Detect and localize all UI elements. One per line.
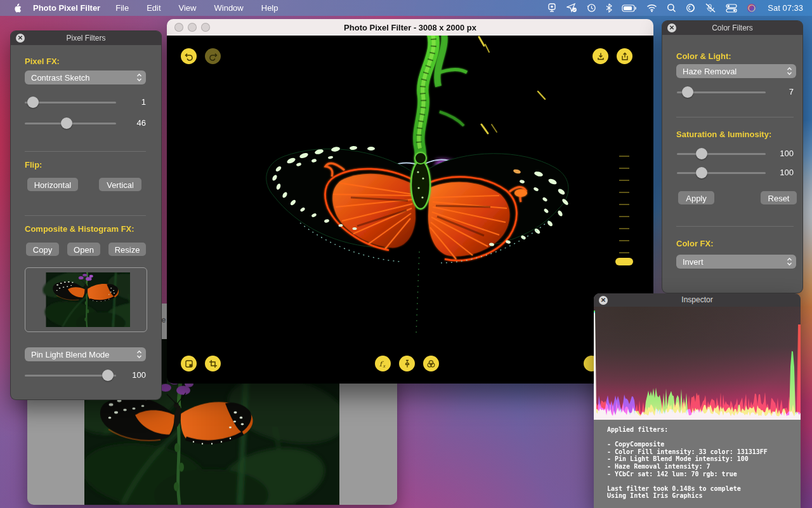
apple-menu[interactable] — [13, 3, 22, 13]
neon-butterfly-image — [167, 36, 653, 384]
open-button[interactable]: Open — [67, 243, 100, 256]
divider — [25, 215, 146, 216]
chevron-updown-icon — [136, 350, 142, 359]
color-fx-dropdown[interactable]: Invert — [676, 255, 796, 269]
color-fx-dropdown-value: Invert — [676, 257, 787, 267]
share-button[interactable] — [617, 48, 632, 64]
histogram-area — [594, 307, 801, 420]
main-window-title: Photo Pixel Filter - 3008 x 2000 px — [167, 23, 653, 32]
slider-knob[interactable] — [102, 370, 114, 381]
color-light-dropdown[interactable]: Haze Removal — [676, 64, 796, 78]
slider-track[interactable] — [677, 153, 766, 155]
flip-horizontal-button[interactable]: Horizontal — [27, 178, 78, 191]
composite-thumbnail-image[interactable] — [42, 272, 130, 327]
pixel-filters-panel[interactable]: Pixel Filters ✕ Pixel FX: Contrast Sketc… — [10, 30, 162, 400]
blend-mode-dropdown-value: Pin Light Blend Mode — [25, 350, 136, 359]
control-center-icon[interactable] — [726, 4, 737, 13]
saturation-luminosity-label: Saturation & luminosity: — [676, 130, 771, 139]
inspector-log-line: - YCbCr sat: 142 lum: 70 rgb: true — [607, 471, 801, 478]
pixel-filters-close-icon[interactable]: ✕ — [16, 34, 25, 43]
redo-button[interactable] — [205, 48, 221, 64]
spotlight-search-icon[interactable] — [667, 3, 676, 13]
pixel-fx-label: Pixel FX: — [25, 57, 60, 66]
svg-text:x: x — [383, 364, 386, 368]
menu-item[interactable]: File — [115, 3, 129, 13]
apply-button[interactable]: Apply — [678, 191, 714, 204]
inspector-log: Applied filters:- CopyComposite- Color F… — [594, 420, 801, 500]
pixel-fx-slider-1-value: 1 — [121, 97, 146, 107]
location-status-icon[interactable] — [566, 3, 577, 13]
pixel-fx-slider-1[interactable] — [25, 97, 116, 108]
slider-knob[interactable] — [696, 167, 707, 178]
undo-button[interactable] — [181, 48, 197, 64]
saturation-slider[interactable] — [677, 148, 766, 159]
saturation-value: 100 — [768, 149, 794, 158]
inspector-log-line: - Pin Light Blend Mode intensity: 100 — [607, 455, 801, 463]
support-swirl-icon[interactable] — [686, 3, 695, 13]
photo-app-badge-icon[interactable] — [747, 3, 757, 13]
color-light-slider-value: 7 — [768, 87, 794, 97]
menu-bar-clock[interactable]: Sat 07:33 — [768, 3, 803, 13]
divider — [676, 226, 794, 227]
apple-logo-icon — [13, 3, 22, 13]
mic-muted-status-icon[interactable] — [705, 3, 716, 13]
composite-icon — [185, 359, 193, 368]
blend-mode-dropdown[interactable]: Pin Light Blend Mode — [25, 347, 146, 361]
color-light-slider[interactable] — [677, 86, 766, 98]
slider-knob[interactable] — [61, 117, 72, 129]
flip-vertical-button[interactable]: Vertical — [99, 178, 141, 191]
menu-bar[interactable]: Photo Pixel Filter FileEditViewWindowHel… — [0, 0, 812, 16]
crop-button[interactable] — [205, 356, 221, 371]
inspector-log-line: - Color Fill intensity: 33 color: 131313… — [607, 448, 801, 456]
time-machine-status-icon[interactable] — [587, 3, 596, 13]
slider-knob[interactable] — [682, 86, 693, 98]
bluetooth-status-icon[interactable] — [606, 3, 612, 13]
inspector-log-line: - CopyComposite — [607, 441, 801, 448]
menu-item[interactable]: View — [179, 3, 197, 13]
slider-knob[interactable] — [696, 148, 707, 159]
active-app-name[interactable]: Photo Pixel Filter — [33, 3, 100, 13]
camera-status-icon[interactable] — [547, 3, 557, 13]
inspector-titlebar: ✕ Inspector — [594, 293, 801, 307]
battery-status-icon[interactable] — [622, 4, 637, 12]
slider-track[interactable] — [677, 172, 766, 174]
color-light-dropdown-value: Haze Removal — [676, 67, 787, 76]
main-window[interactable]: Photo Pixel Filter - 3008 x 2000 px — [167, 19, 653, 384]
composite-thumbnail-frame — [25, 267, 147, 332]
image-canvas[interactable]: fx — [167, 36, 653, 384]
inspector-close-icon[interactable]: ✕ — [599, 296, 608, 305]
composite-button[interactable] — [181, 356, 197, 371]
blend-intensity-value: 100 — [121, 370, 146, 380]
color-fx-label: Color FX: — [676, 239, 714, 248]
resize-button[interactable]: Resize — [108, 243, 146, 256]
save-image-button[interactable] — [593, 48, 608, 64]
vertical-slider-handle[interactable] — [615, 258, 633, 265]
inspector-log-line: Last filter took 0.148s to complete — [607, 485, 801, 493]
menu-item[interactable]: Help — [261, 3, 278, 13]
inspector-log-line — [607, 434, 801, 441]
luminosity-slider[interactable] — [677, 167, 766, 178]
fx-icon: fx — [378, 359, 388, 368]
chevron-updown-icon — [787, 67, 792, 76]
copy-button[interactable]: Copy — [26, 243, 59, 256]
pixel-fx-slider-2[interactable] — [25, 117, 116, 129]
inspector-window[interactable]: ✕ Inspector Applied filters:- CopyCompos… — [594, 293, 801, 508]
undo-icon — [185, 52, 193, 61]
color-filters-close-icon[interactable]: ✕ — [667, 23, 676, 32]
slider-knob[interactable] — [27, 97, 39, 108]
wifi-status-icon[interactable] — [646, 4, 657, 12]
blend-intensity-slider[interactable] — [25, 370, 116, 381]
menu-item[interactable]: Window — [214, 3, 244, 13]
rgb-histogram — [594, 307, 801, 420]
pin-button[interactable] — [399, 356, 415, 371]
main-window-titlebar[interactable]: Photo Pixel Filter - 3008 x 2000 px — [167, 19, 653, 36]
pixel-fx-dropdown-value: Contrast Sketch — [25, 73, 136, 83]
pixel-fx-dropdown[interactable]: Contrast Sketch — [25, 70, 146, 84]
divider — [676, 117, 794, 117]
color-filters-panel[interactable]: Color Filters ✕ Color & Light: Haze Remo… — [662, 20, 803, 293]
reset-button[interactable]: Reset — [761, 191, 797, 204]
color-blend-button[interactable] — [423, 356, 439, 371]
menu-item[interactable]: Edit — [147, 3, 160, 13]
filters-fx-button[interactable]: fx — [375, 356, 391, 371]
flip-label: Flip: — [25, 160, 42, 170]
